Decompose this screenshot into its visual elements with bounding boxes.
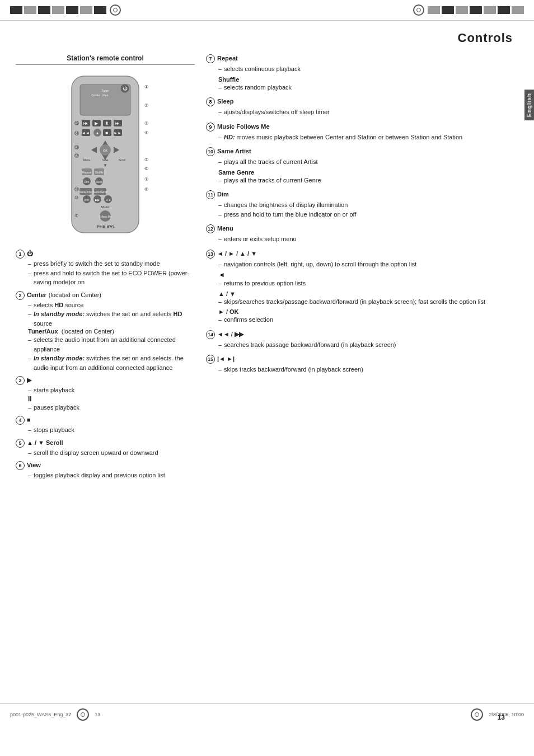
item-title-11: Dim [217,191,229,198]
bar-block [80,6,92,14]
item-title-14: ◄◄ / ▶▶ [217,331,243,338]
svg-text:①: ① [144,84,148,90]
language-tab: English [524,90,534,120]
item-number-11: 11 [206,190,215,199]
svg-text:④: ④ [144,130,148,135]
svg-text:▶: ▶ [95,121,99,126]
bar-block [52,6,64,14]
svg-text:⑥: ⑥ [144,166,148,171]
main-content: Station's remote control Tuner /Aux Cent… [0,49,534,490]
right-item-8: 8 Sleep ajusts/displays/switches off sle… [206,97,513,117]
page-title: Controls [0,21,534,49]
item-title-2: Center [27,292,46,298]
item-number-13: 13 [206,250,215,259]
item-title-7: Repeat [217,55,238,62]
item-desc-11b: press and hold to turn the blue indicato… [218,210,513,219]
item-desc-14a: searches track passage backward/forward … [218,340,513,350]
item-desc-6a: toggles playback display and previous op… [28,471,195,480]
item-desc-7a: selects continuous playback [218,64,513,74]
bar-block [484,6,496,14]
remote-control-illustration: Tuner /Aux Center ⏻ ① ② ⏮ ▶ ⏸ ⏭ [16,71,195,244]
item-desc-5a: scroll the display screen upward or down… [28,448,195,458]
bar-block [94,6,106,14]
right-item-9: 9 Music Follows Me HD: moves music playb… [206,123,513,142]
right-item-11: 11 Dim changes the brightness of display… [206,190,513,219]
svg-text:Sleep: Sleep [96,180,103,184]
item-desc-2b: In standby mode: switches the set on and… [28,309,195,328]
top-circle-right [413,4,424,16]
bar-block [24,6,36,14]
bar-block [442,6,454,14]
svg-text:Repeat: Repeat [82,171,92,174]
item-title-5: ▲ / ▼ Scroll [27,439,63,446]
svg-text:Shuffle: Shuffle [95,171,104,174]
item-desc-2c: selects the audio input from an addition… [28,335,195,354]
bar-block [512,6,524,14]
item-number-12: 12 [206,224,215,233]
item-title-suffix-2: (located on Center) [49,292,101,298]
item-title-12: Menu [217,225,233,232]
item-desc-3b: pauses playback [28,403,195,412]
bar-block [38,6,50,14]
svg-text:⑤: ⑤ [144,157,148,162]
item-pause-symbol: II [28,395,195,403]
svg-text:▲: ▲ [96,131,100,135]
item-back-symbol: ◄ [218,271,513,279]
item-number-4: 4 [16,416,25,425]
top-decorative-bar [0,0,534,21]
item-desc-2d: In standby mode: switches the set on and… [28,354,195,372]
item-subtitle-same-genre: Same Genre [218,169,513,176]
bottom-circle [77,708,89,721]
svg-text:⏻: ⏻ [123,86,128,91]
footer-right: 2/8/2006, 10:00 [489,712,524,717]
item-updown-symbol: ▲ / ▼ [218,290,513,297]
svg-text:⑩: ⑩ [74,195,78,200]
item-number-6: 6 [16,461,25,470]
svg-text:Same Artist: Same Artist [79,191,92,194]
svg-text:⑨: ⑨ [74,213,78,218]
item-group-3: 3 ▶ starts playback II pauses playback [16,376,195,412]
page-number: 13 [498,713,505,721]
svg-text:Menu: Menu [83,158,91,162]
svg-text:prev: prev [85,199,90,201]
item-number-15: 15 [206,355,215,364]
item-number-10: 10 [206,147,215,156]
item-symbol-3: ▶ [27,377,31,384]
right-item-12: 12 Menu enters or exits setup menu [206,224,513,244]
item-number-5: 5 [16,439,25,448]
item-number-14: 14 [206,330,215,339]
svg-text:Follows Me: Follows Me [99,215,112,218]
bar-block [428,6,440,14]
item-number-8: 8 [206,97,215,106]
item-number-9: 9 [206,123,215,132]
footer-left: p001-p025_WAS5_Eng_37 [10,712,71,717]
svg-text:⑦: ⑦ [144,177,148,182]
svg-text:Same Genre: Same Genre [93,191,107,194]
right-item-14: 14 ◄◄ / ▶▶ searches track passage backwa… [206,330,513,350]
item-number-2: 2 [16,291,25,300]
svg-text:◄◄: ◄◄ [105,198,111,201]
svg-text:Dim: Dim [85,180,90,184]
svg-text:▶▶: ▶▶ [95,198,100,201]
item-desc-15a: skips tracks backward/forward (in playba… [218,365,513,374]
item-symbol-4: ■ [27,416,31,423]
svg-text:/Aux: /Aux [102,93,109,97]
svg-text:②: ② [144,103,148,108]
item-title-9: Music Follows Me [217,123,270,130]
item-number-7: 7 [206,54,215,63]
bar-block [66,6,78,14]
item-group-5: 5 ▲ / ▼ Scroll scroll the display screen… [16,439,195,458]
item-desc-2a: selects HD source [28,300,195,310]
bottom-bar: p001-p025_WAS5_Eng_37 13 2/8/2006, 10:00 [0,703,534,725]
svg-text:▼: ▼ [103,163,107,168]
bottom-circle-right [471,708,483,721]
svg-text:⑪: ⑪ [74,187,79,192]
item-desc-13b: returns to previous option lists [218,279,513,288]
item-number-3: 3 [16,376,25,385]
item-desc-8a: ajusts/displays/switches off sleep timer [218,107,513,117]
svg-text:Music: Music [101,205,110,209]
bar-block [470,6,482,14]
svg-text:⑬: ⑬ [74,145,79,150]
item-ok-symbol: ► / OK [218,308,513,315]
svg-text:View: View [102,158,109,162]
